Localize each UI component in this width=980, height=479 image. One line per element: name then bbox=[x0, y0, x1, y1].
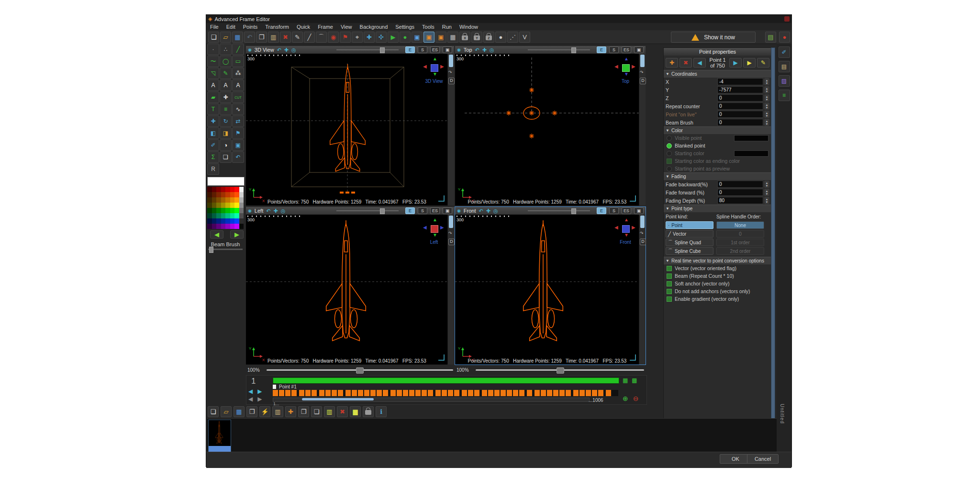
pen-tool[interactable]: ✐ bbox=[207, 139, 219, 151]
menu-settings[interactable]: Settings bbox=[391, 24, 418, 30]
copy-icon[interactable]: ❐ bbox=[256, 32, 267, 43]
palette-cell[interactable] bbox=[230, 218, 235, 224]
mode-e-button[interactable]: E bbox=[597, 46, 606, 53]
palette-cell[interactable] bbox=[212, 218, 217, 224]
radio-indicator[interactable] bbox=[667, 151, 672, 156]
field-value[interactable]: 80 bbox=[717, 197, 763, 204]
palette-cell[interactable] bbox=[234, 224, 239, 229]
palette-cell[interactable] bbox=[216, 203, 221, 208]
flag-icon[interactable]: ⚑ bbox=[340, 32, 351, 43]
text-curve-tool-2[interactable]: A bbox=[220, 80, 232, 91]
palette-gray-cell[interactable] bbox=[239, 203, 244, 208]
new-frame-icon[interactable]: ❏ bbox=[208, 32, 219, 43]
cancel-button[interactable]: Cancel bbox=[747, 454, 779, 464]
draw-mode-icon[interactable]: ✎ bbox=[757, 58, 769, 68]
palette-cell[interactable] bbox=[221, 208, 226, 213]
palette-cell[interactable] bbox=[230, 187, 235, 192]
live-output-icon[interactable]: ● bbox=[400, 32, 411, 43]
point-kind-spline-quad[interactable]: ⌒Spline Quad bbox=[666, 239, 713, 246]
pan-icon[interactable]: ✚ bbox=[486, 208, 490, 214]
recolor-tool[interactable]: ◧ bbox=[207, 127, 219, 139]
point-kind-vector[interactable]: ╱Vector bbox=[666, 230, 713, 238]
timeline-scrollbar[interactable] bbox=[273, 398, 590, 402]
palette-cell[interactable] bbox=[230, 203, 235, 208]
palette-cell[interactable] bbox=[207, 187, 212, 192]
palette-cell[interactable] bbox=[234, 197, 239, 203]
paste-page-icon[interactable]: ▥ bbox=[272, 406, 283, 417]
draw-line-icon[interactable]: ╱ bbox=[304, 32, 315, 43]
wave-tool[interactable]: ∿ bbox=[232, 103, 244, 115]
next-point-icon[interactable]: ▶ bbox=[729, 58, 742, 68]
palette-cell[interactable] bbox=[212, 213, 217, 218]
mode-e-button[interactable]: E bbox=[597, 207, 606, 214]
conversion-option[interactable]: Beam (Repeat Count * 10) bbox=[664, 272, 771, 280]
r-tool[interactable]: R bbox=[207, 163, 219, 175]
v-scroll-thumb[interactable] bbox=[449, 55, 453, 67]
d-button[interactable]: D bbox=[448, 239, 455, 245]
palette-cell[interactable] bbox=[207, 197, 212, 203]
mode-e-button[interactable]: E bbox=[405, 46, 415, 53]
orientation-gizmo[interactable]: ▲ ▼ ◀ ▶ Top bbox=[614, 57, 636, 84]
spinner[interactable]: ▲▼ bbox=[764, 103, 769, 110]
play-points-icon[interactable]: ▶ bbox=[743, 58, 756, 68]
radio-indicator[interactable] bbox=[667, 166, 672, 171]
palette-cell[interactable] bbox=[230, 213, 235, 218]
palette-cell[interactable] bbox=[225, 224, 230, 229]
spinner[interactable]: ▲▼ bbox=[764, 189, 769, 196]
eye-icon[interactable]: ◉ bbox=[248, 47, 252, 52]
menu-background[interactable]: Background bbox=[356, 24, 392, 30]
spinner[interactable]: ▲▼ bbox=[764, 86, 769, 93]
monitor-frame-icon[interactable]: ▣ bbox=[423, 32, 434, 43]
rectangle-tool[interactable]: ▭ bbox=[232, 56, 244, 67]
freehand-tool[interactable]: ✎ bbox=[220, 68, 232, 79]
palette-cell[interactable] bbox=[225, 208, 230, 213]
v-dropdown-icon[interactable]: V bbox=[519, 32, 530, 43]
orientation-gizmo[interactable]: ▲ ▼ ◀ ▶ Left bbox=[423, 217, 445, 245]
frame-color-icon[interactable]: ▆ bbox=[350, 406, 361, 417]
conversion-option[interactable]: Soft anchor (vector only) bbox=[664, 280, 771, 287]
mode-s-button[interactable]: S bbox=[609, 207, 619, 214]
palette-cell[interactable] bbox=[225, 218, 230, 224]
spinner[interactable]: ▲▼ bbox=[764, 181, 769, 188]
delete-icon[interactable]: ✖ bbox=[280, 32, 291, 43]
palette-cell[interactable] bbox=[230, 224, 235, 229]
cut-tool[interactable]: CUT bbox=[232, 91, 244, 103]
new-page-icon[interactable]: ❏ bbox=[208, 406, 219, 417]
multi-point-tool[interactable]: ∴ bbox=[220, 44, 232, 55]
rotate-view-icon[interactable]: ↷ bbox=[640, 231, 644, 236]
palette-cell[interactable] bbox=[230, 208, 235, 213]
move-tool[interactable]: ✚ bbox=[207, 115, 219, 127]
viewport-top[interactable]: ◉ Top ↶ ✚ ◎ E S ES ▣ Y X bbox=[455, 46, 646, 205]
check-indicator[interactable] bbox=[667, 159, 672, 164]
lock-x-icon[interactable]: X bbox=[459, 32, 470, 43]
palette-cell[interactable] bbox=[221, 203, 226, 208]
copy-frame-icon[interactable]: ❐ bbox=[298, 406, 309, 417]
frame-track[interactable] bbox=[273, 377, 619, 384]
spinner[interactable]: ▲▼ bbox=[764, 119, 769, 126]
point-kind-point[interactable]: ·Point bbox=[666, 221, 713, 229]
beam-brush-slider[interactable] bbox=[208, 249, 243, 250]
palette-next-icon[interactable]: ▶ bbox=[230, 230, 244, 239]
orbit-icon[interactable]: ↶ bbox=[479, 208, 483, 214]
header-slider[interactable] bbox=[336, 49, 399, 50]
frame-thumbnail[interactable] bbox=[208, 420, 231, 452]
point-nav-arrows[interactable]: ◀▶ bbox=[248, 396, 267, 402]
orbit-icon[interactable]: ↶ bbox=[266, 208, 270, 214]
laser-stop-icon[interactable]: ● bbox=[779, 32, 790, 43]
point-kind-spline-cube[interactable]: ⌒Spline Cube bbox=[666, 247, 713, 255]
menu-view[interactable]: View bbox=[337, 24, 356, 30]
edit-points-tool[interactable]: ✚ bbox=[220, 91, 232, 103]
field-value[interactable]: 0 bbox=[717, 189, 763, 196]
menu-file[interactable]: File bbox=[206, 24, 223, 30]
paste-frame-icon[interactable]: ▥ bbox=[324, 406, 335, 417]
prev-point-icon[interactable]: ◀ bbox=[693, 58, 706, 68]
palette-gray-cell[interactable] bbox=[239, 192, 244, 197]
viewport-side-strip[interactable]: ↷ D bbox=[447, 54, 454, 205]
open-icon[interactable]: ▱ bbox=[220, 32, 231, 43]
palette-cell[interactable] bbox=[225, 203, 230, 208]
pan-icon[interactable]: ✚ bbox=[284, 47, 289, 53]
palette-cell[interactable] bbox=[207, 218, 212, 224]
info-frame-icon[interactable]: ℹ bbox=[376, 406, 387, 417]
palette-cell[interactable] bbox=[212, 187, 217, 192]
viewport-left-canvas[interactable]: Y X 300 ▲ ▼ ◀ ▶ Left Points/Vectors: 750… bbox=[246, 215, 448, 365]
